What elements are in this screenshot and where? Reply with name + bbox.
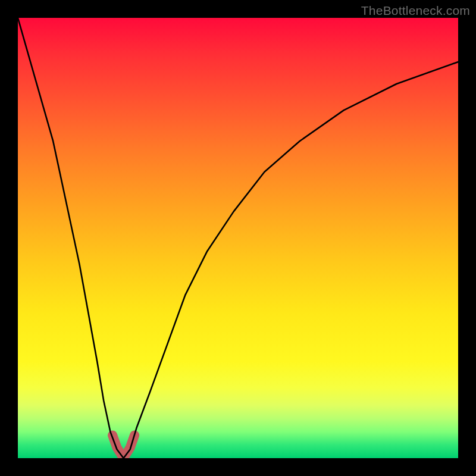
plot-area [18,18,458,458]
curve-svg [18,18,458,458]
bottleneck-curve [18,18,458,458]
chart-frame: TheBottleneck.com [0,0,476,476]
watermark-text: TheBottleneck.com [361,4,470,18]
trough-highlight [112,436,134,455]
